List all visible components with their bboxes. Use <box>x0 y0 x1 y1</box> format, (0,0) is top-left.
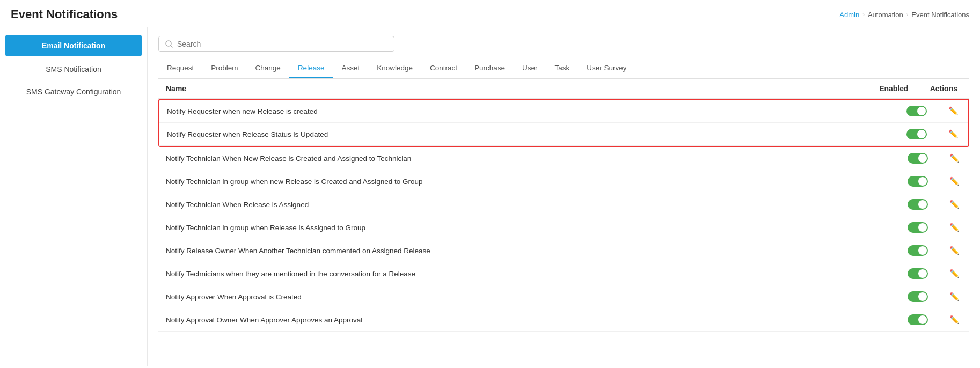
notification-table: Name Enabled Actions Notify Requester wh… <box>158 79 969 332</box>
row-actions: ✏️ <box>906 105 961 117</box>
sidebar-item-email-notification[interactable]: Email Notification <box>5 35 142 56</box>
tab-bar: RequestProblemChangeReleaseAssetKnowledg… <box>158 60 969 79</box>
row-actions: ✏️ <box>906 128 961 140</box>
tab-contract[interactable]: Contract <box>421 60 466 78</box>
row-name: Notify Technician in group when Release … <box>166 224 365 232</box>
row-actions: ✏️ <box>908 222 962 233</box>
edit-button[interactable]: ✏️ <box>947 291 962 303</box>
col-actions-group: Enabled Actions <box>879 84 962 93</box>
row-name: Notify Approver When Approval is Created <box>166 293 302 301</box>
row-actions: ✏️ <box>908 245 962 256</box>
table-row: Notify Technician When Release is Assign… <box>158 193 969 216</box>
toggle-enabled[interactable] <box>908 153 928 164</box>
toggle-enabled[interactable] <box>908 222 928 233</box>
row-name: Notify Technicians when they are mention… <box>166 270 415 278</box>
row-name: Notify Approval Owner When Approver Appr… <box>166 316 362 324</box>
toggle-enabled[interactable] <box>908 245 928 256</box>
edit-button[interactable]: ✏️ <box>947 222 962 233</box>
tab-request[interactable]: Request <box>158 60 202 78</box>
table-row: Notify Approver When Approval is Created… <box>158 285 969 308</box>
tab-knowledge[interactable]: Knowledge <box>368 60 421 78</box>
edit-button[interactable]: ✏️ <box>947 152 962 164</box>
col-enabled: Enabled <box>879 84 908 93</box>
edit-button[interactable]: ✏️ <box>946 128 961 140</box>
sep1: › <box>862 11 865 18</box>
sidebar-item-sms-gateway[interactable]: SMS Gateway Configuration <box>5 81 142 102</box>
edit-button[interactable]: ✏️ <box>947 245 962 256</box>
row-actions: ✏️ <box>908 291 962 303</box>
sidebar-item-sms-notification[interactable]: SMS Notification <box>5 58 142 80</box>
tab-user[interactable]: User <box>514 60 546 78</box>
edit-button[interactable]: ✏️ <box>946 105 961 117</box>
tab-release[interactable]: Release <box>289 60 333 78</box>
toggle-enabled[interactable] <box>908 291 928 302</box>
col-name: Name <box>166 84 186 93</box>
toggle-enabled[interactable] <box>906 129 927 139</box>
search-icon <box>165 40 173 48</box>
edit-button[interactable]: ✏️ <box>947 268 962 279</box>
tab-problem[interactable]: Problem <box>202 60 246 78</box>
breadcrumb-admin[interactable]: Admin <box>839 11 859 19</box>
row-actions: ✏️ <box>908 152 962 164</box>
tab-user-survey[interactable]: User Survey <box>578 60 635 78</box>
breadcrumb-current: Event Notifications <box>911 11 969 19</box>
sep2: › <box>906 11 909 18</box>
search-container <box>158 36 394 52</box>
row-actions: ✏️ <box>908 198 962 210</box>
search-input[interactable] <box>177 40 387 48</box>
toggle-enabled[interactable] <box>908 176 928 187</box>
col-actions: Actions <box>930 84 957 93</box>
toggle-enabled[interactable] <box>908 199 928 210</box>
table-row: Notify Release Owner When Another Techni… <box>158 239 969 262</box>
table-header: Name Enabled Actions <box>158 79 969 99</box>
tab-task[interactable]: Task <box>546 60 579 78</box>
table-row: Notify Approval Owner When Approver Appr… <box>158 308 969 332</box>
row-actions: ✏️ <box>908 268 962 279</box>
svg-line-1 <box>171 46 172 47</box>
row-name: Notify Technician When New Release is Cr… <box>166 154 411 163</box>
table-row: Notify Technicians when they are mention… <box>158 262 969 285</box>
edit-button[interactable]: ✏️ <box>947 314 962 326</box>
edit-button[interactable]: ✏️ <box>947 175 962 187</box>
row-actions: ✏️ <box>908 175 962 187</box>
row-actions: ✏️ <box>908 314 962 326</box>
table-row: Notify Requester when new Release is cre… <box>159 100 968 123</box>
toggle-enabled[interactable] <box>908 268 928 279</box>
main-content: RequestProblemChangeReleaseAssetKnowledg… <box>148 27 980 366</box>
row-name: Notify Technician in group when new Rele… <box>166 178 423 186</box>
row-name: Notify Requester when new Release is cre… <box>167 107 318 115</box>
row-name: Notify Requester when Release Status is … <box>167 130 328 138</box>
row-name: Notify Technician When Release is Assign… <box>166 201 309 209</box>
sidebar: Email Notification SMS Notification SMS … <box>0 27 148 366</box>
page-title: Event Notifications <box>11 8 118 21</box>
tab-asset[interactable]: Asset <box>333 60 368 78</box>
edit-button[interactable]: ✏️ <box>947 198 962 210</box>
table-row: Notify Requester when Release Status is … <box>159 123 968 146</box>
table-row: Notify Technician in group when Release … <box>158 216 969 239</box>
toggle-enabled[interactable] <box>906 106 927 116</box>
row-name: Notify Release Owner When Another Techni… <box>166 247 430 255</box>
tab-change[interactable]: Change <box>247 60 289 78</box>
toggle-enabled[interactable] <box>908 314 928 325</box>
breadcrumb-automation: Automation <box>868 11 903 19</box>
tab-purchase[interactable]: Purchase <box>466 60 514 78</box>
table-row: Notify Technician When New Release is Cr… <box>158 147 969 170</box>
table-row: Notify Technician in group when new Rele… <box>158 170 969 193</box>
breadcrumb: Admin › Automation › Event Notifications <box>839 11 969 19</box>
